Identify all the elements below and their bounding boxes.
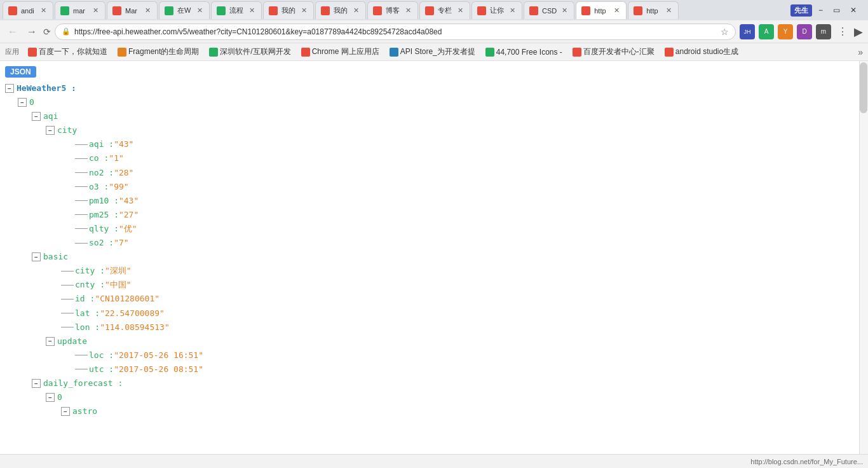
tab-close[interactable]: ✕ bbox=[248, 6, 256, 15]
tab-label: 博客 bbox=[386, 6, 400, 15]
tab-mar1[interactable]: mar ✕ bbox=[55, 1, 105, 19]
tree-row-df-0: − 0 bbox=[5, 390, 868, 404]
json-tree: − HeWeather5 : − 0 − aqi − city aqi : bbox=[5, 81, 868, 418]
tab-mar2[interactable]: Mar ✕ bbox=[107, 1, 158, 19]
toggle-aqi-city[interactable]: − bbox=[46, 126, 55, 135]
menu-button[interactable]: ⋮ bbox=[835, 24, 850, 39]
toggle-aqi[interactable]: − bbox=[32, 112, 41, 121]
lon-key: lon : bbox=[75, 320, 100, 334]
bookmark-baidu[interactable]: 百度一下，你就知道 bbox=[24, 45, 111, 59]
reload-button[interactable]: ⟳ bbox=[43, 27, 51, 37]
tab-http-active[interactable]: http ✕ bbox=[576, 1, 627, 19]
connector bbox=[75, 172, 88, 173]
toolbar-right: JH A Y D m ⋮ ▶ bbox=[740, 24, 863, 39]
back-button[interactable]: ← bbox=[5, 25, 20, 39]
tab-close[interactable]: ✕ bbox=[560, 6, 569, 15]
bookmark-star-icon[interactable]: ☆ bbox=[721, 27, 729, 37]
tab-label: CSD bbox=[542, 7, 557, 15]
tab-close[interactable]: ✕ bbox=[404, 6, 412, 15]
connector bbox=[75, 158, 88, 159]
tree-row-root: − HeWeather5 : bbox=[5, 81, 868, 95]
tab-blog[interactable]: 博客 ✕ bbox=[367, 1, 418, 19]
tab-liucheng[interactable]: 流程 ✕ bbox=[211, 1, 262, 19]
close-button[interactable]: ✕ bbox=[846, 4, 860, 16]
forward-button[interactable]: → bbox=[24, 25, 39, 39]
bookmark-icons[interactable]: 44,700 Free Icons - bbox=[482, 46, 566, 58]
bookmark-chrome[interactable]: Chrome 网上应用店 bbox=[297, 45, 383, 59]
url-bar[interactable]: 🔒 https://free-api.heweather.com/v5/weat… bbox=[55, 24, 736, 40]
tab-close[interactable]: ✕ bbox=[352, 6, 360, 15]
tree-row-pm25: pm25 : "27" bbox=[5, 208, 868, 222]
bookmark-baidu-dev[interactable]: 百度开发者中心-汇聚 bbox=[569, 45, 658, 59]
bookmark-label: 百度开发者中心-汇聚 bbox=[583, 46, 654, 57]
tree-row-qlty: qlty : "优" bbox=[5, 222, 868, 236]
extension-icon1[interactable]: Y bbox=[778, 24, 793, 39]
profile-icon[interactable]: JH bbox=[740, 24, 755, 39]
maximize-button[interactable]: ▭ bbox=[829, 4, 844, 16]
loc-key: loc : bbox=[89, 348, 114, 362]
tab-favicon bbox=[373, 6, 382, 15]
bookmark-android[interactable]: android studio生成 bbox=[661, 45, 742, 59]
tab-close[interactable]: ✕ bbox=[508, 6, 517, 15]
tab-zaiw[interactable]: 在W ✕ bbox=[159, 1, 210, 19]
toggle-astro[interactable]: − bbox=[61, 407, 70, 416]
page-content: JSON − HeWeather5 : − 0 − aqi − city bbox=[0, 61, 868, 454]
connector bbox=[75, 186, 88, 187]
tab-andi[interactable]: andi ✕ bbox=[3, 1, 53, 19]
bookmark-fragment[interactable]: Fragment的生命周期 bbox=[114, 45, 203, 59]
bookmarks-more-icon[interactable]: » bbox=[858, 47, 863, 57]
tab-close[interactable]: ✕ bbox=[456, 6, 465, 15]
pm25-value: "27" bbox=[119, 208, 139, 222]
tree-row-update: − update bbox=[5, 334, 868, 348]
tree-row-aqi-val: aqi : "43" bbox=[5, 137, 868, 151]
api-icon bbox=[390, 48, 398, 57]
toggle-df-0[interactable]: − bbox=[46, 393, 55, 402]
bookmark-label: android studio生成 bbox=[675, 46, 738, 57]
bookmark-shenzhen[interactable]: 深圳软件/互联网开发 bbox=[205, 45, 294, 59]
connector bbox=[61, 285, 74, 286]
toggle-root[interactable]: − bbox=[5, 84, 14, 93]
toggle-basic[interactable]: − bbox=[32, 252, 41, 261]
tab-rang[interactable]: 让你 ✕ bbox=[471, 1, 522, 19]
tab-close[interactable]: ✕ bbox=[665, 6, 673, 15]
adblock-icon[interactable]: A bbox=[759, 24, 774, 39]
tab-column[interactable]: 专栏 ✕ bbox=[419, 1, 470, 19]
tab-wo1[interactable]: 我的 ✕ bbox=[263, 1, 314, 19]
tree-row-daily: − daily_forecast : bbox=[5, 376, 868, 390]
connector bbox=[75, 243, 88, 244]
extension-icon3[interactable]: m bbox=[816, 24, 831, 39]
tab-favicon bbox=[8, 6, 17, 15]
json-badge[interactable]: JSON bbox=[5, 66, 36, 78]
tab-close[interactable]: ✕ bbox=[613, 6, 621, 15]
tab-wo2[interactable]: 我的 ✕ bbox=[315, 1, 366, 19]
id-key: id : bbox=[75, 292, 95, 306]
tab-favicon bbox=[581, 6, 590, 15]
connector bbox=[75, 200, 88, 201]
toggle-daily[interactable]: − bbox=[32, 379, 41, 388]
index0-label: 0 bbox=[29, 95, 34, 109]
tab-close[interactable]: ✕ bbox=[196, 6, 204, 15]
tab-close[interactable]: ✕ bbox=[300, 6, 308, 15]
tab-http2[interactable]: http ✕ bbox=[628, 1, 679, 19]
toggle-0[interactable]: − bbox=[18, 98, 27, 107]
tree-row-astro: − astro bbox=[5, 404, 868, 418]
tab-label: 我的 bbox=[334, 6, 348, 15]
tree-row-utc: utc : "2017-05-26 08:51" bbox=[5, 362, 868, 376]
utc-value: "2017-05-26 08:51" bbox=[114, 362, 203, 376]
tab-close[interactable]: ✕ bbox=[144, 6, 152, 15]
tab-label: 流程 bbox=[229, 6, 244, 15]
tree-row-aqi-city: − city bbox=[5, 123, 868, 137]
bookmark-apistore[interactable]: API Store_为开发者提 bbox=[386, 45, 479, 59]
bookmark-label: API Store_为开发者提 bbox=[400, 46, 475, 57]
tab-close[interactable]: ✕ bbox=[92, 6, 100, 15]
toggle-update[interactable]: − bbox=[46, 337, 55, 346]
tab-csd[interactable]: CSD ✕ bbox=[524, 1, 574, 19]
bookmark-label: 44,700 Free Icons - bbox=[496, 48, 562, 57]
scrollbar[interactable] bbox=[859, 61, 868, 454]
scroll-thumb[interactable] bbox=[860, 62, 867, 113]
tab-close[interactable]: ✕ bbox=[39, 6, 48, 15]
bookmark-label: Chrome 网上应用店 bbox=[312, 46, 379, 57]
extension-icon2[interactable]: D bbox=[797, 24, 812, 39]
minimize-button[interactable]: − bbox=[815, 4, 827, 16]
expand-icon[interactable]: ▶ bbox=[854, 25, 863, 39]
